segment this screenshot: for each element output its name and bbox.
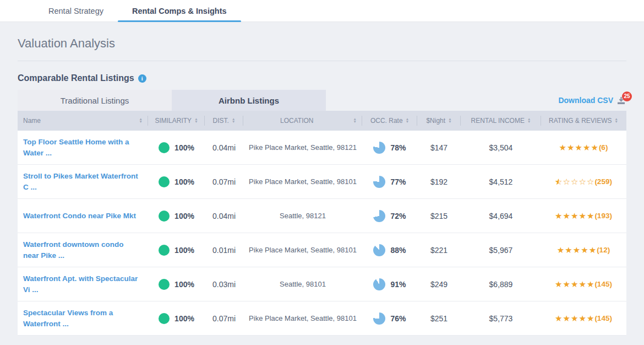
cell-rating: ★★★★★(193) — [541, 199, 626, 233]
sort-icon[interactable]: ▲▼ — [353, 118, 357, 123]
similarity-dot-icon — [159, 176, 170, 187]
occupancy-pie-icon — [373, 278, 385, 290]
cell-occupancy: 91% — [362, 267, 417, 301]
star-rating-icon: ★★★★★ — [559, 143, 599, 153]
cell-occupancy: 72% — [362, 199, 417, 233]
cell-name: Top Floor Seattle Home with a Water ... — [18, 131, 148, 164]
column-header[interactable]: RENTAL INCOME ▲▼ — [461, 111, 541, 131]
star-rating-icon: ★★★★★ — [555, 314, 594, 324]
cell-distance: 0.01mi — [205, 233, 243, 267]
cell-rental-income: $3,504 — [461, 131, 541, 164]
sort-icon[interactable]: ▲▼ — [406, 118, 409, 123]
column-header[interactable]: DIST. ▲▼ — [205, 111, 243, 131]
column-header[interactable]: Name ▲▼ — [18, 111, 148, 131]
cell-similarity: 100% — [148, 199, 205, 233]
sort-icon[interactable]: ▲▼ — [139, 118, 143, 123]
similarity-dot-icon — [159, 142, 170, 153]
listing-name-link[interactable]: Waterfront downtown condo near Pike ... — [23, 239, 140, 261]
cell-distance: 0.04mi — [205, 131, 243, 164]
sort-icon[interactable]: ▲▼ — [232, 118, 235, 123]
occupancy-pie-icon — [373, 312, 385, 325]
cell-location: Pike Place Market, Seattle, 98101 — [243, 301, 362, 335]
cell-night-price: $147 — [417, 131, 461, 164]
occupancy-pie-icon — [373, 176, 385, 188]
sort-icon[interactable]: ▲▼ — [527, 118, 531, 123]
column-header[interactable]: LOCATION ▲▼ — [243, 111, 362, 131]
cell-occupancy: 77% — [362, 165, 417, 198]
cell-occupancy: 78% — [362, 131, 417, 164]
star-rating-icon: ★★★★★ — [555, 279, 594, 289]
cell-name: Stroll to Pikes Market Waterfront C ... — [18, 165, 148, 198]
table-row: Waterfront downtown condo near Pike ... … — [18, 233, 626, 267]
cell-similarity: 100% — [148, 301, 205, 335]
table-row: Spectacular Views from a Waterfront ... … — [18, 301, 626, 336]
tab-traditional-listings[interactable]: Traditional Listings — [18, 90, 172, 111]
column-header[interactable]: RATING & REVIEWS ▲▼ — [541, 111, 626, 131]
cell-rental-income: $6,889 — [461, 267, 541, 301]
sort-icon[interactable]: ▲▼ — [448, 118, 451, 123]
cell-rating: ☆★☆☆☆☆(259) — [541, 165, 626, 198]
sort-icon[interactable]: ▲▼ — [194, 118, 198, 123]
listing-name-link[interactable]: Waterfront Condo near Pike Mkt — [23, 211, 136, 222]
similarity-dot-icon — [159, 279, 170, 290]
tab-rental-comps-insights[interactable]: Rental Comps & Insights — [118, 0, 241, 21]
cell-rating: ★★★★★(12) — [541, 233, 626, 267]
table-row: Stroll to Pikes Market Waterfront C ... … — [18, 165, 626, 199]
review-count: (12) — [597, 246, 610, 254]
column-header[interactable]: OCC. Rate ▲▼ — [362, 111, 417, 131]
cell-night-price: $192 — [417, 165, 461, 198]
column-header[interactable]: $Night ▲▼ — [417, 111, 461, 131]
star-rating-icon: ☆★☆☆☆☆ — [555, 177, 594, 187]
cell-distance: 0.03mi — [205, 267, 243, 301]
column-header[interactable]: SIMILARITY ▲▼ — [148, 111, 205, 131]
table-body: Top Floor Seattle Home with a Water ... … — [18, 131, 626, 336]
table-header-row: Name ▲▼ SIMILARITY ▲▼ DIST. ▲▼ LOCATION … — [18, 111, 626, 131]
cell-similarity: 100% — [148, 165, 205, 198]
section-title: Comparable Rental Listings — [18, 73, 134, 83]
page-title: Valuation Analysis — [18, 36, 626, 51]
listing-name-link[interactable]: Stroll to Pikes Market Waterfront C ... — [23, 171, 140, 192]
cell-location: Seattle, 98101 — [243, 267, 362, 301]
cell-rental-income: $5,967 — [461, 233, 541, 267]
occupancy-pie-icon — [373, 244, 385, 256]
tab-label: Rental Strategy — [48, 7, 103, 15]
listing-name-link[interactable]: Top Floor Seattle Home with a Water ... — [23, 137, 140, 158]
download-csv-button[interactable]: Download CSV 25 — [558, 90, 626, 111]
review-count: (145) — [594, 314, 612, 322]
tab-label: Airbnb Listings — [219, 96, 279, 105]
cell-location: Pike Place Market, Seattle, 98101 — [243, 165, 362, 198]
cell-location: Pike Place Market, Seattle, 98101 — [243, 233, 362, 267]
info-icon[interactable]: i — [138, 74, 146, 83]
listing-tab-bar: Traditional Listings Airbnb Listings Dow… — [18, 90, 626, 111]
tab-label: Rental Comps & Insights — [132, 7, 227, 15]
cell-rental-income: $5,773 — [461, 301, 541, 335]
cell-name: Waterfront downtown condo near Pike ... — [18, 233, 148, 267]
listing-name-link[interactable]: Waterfront Apt. with Spectacular Vi ... — [23, 273, 140, 295]
tab-label: Traditional Listings — [61, 96, 129, 105]
listing-name-link[interactable]: Spectacular Views from a Waterfront ... — [23, 308, 140, 329]
tab-rental-strategy[interactable]: Rental Strategy — [34, 0, 118, 21]
cell-location: Seattle, 98121 — [243, 199, 362, 233]
divider — [18, 61, 626, 61]
similarity-dot-icon — [159, 211, 170, 222]
star-rating-icon: ★★★★★ — [557, 245, 597, 255]
table-row: Waterfront Apt. with Spectacular Vi ... … — [18, 267, 626, 301]
cell-similarity: 100% — [148, 233, 205, 267]
cell-distance: 0.07mi — [205, 165, 243, 198]
cell-rental-income: $4,512 — [461, 165, 541, 198]
occupancy-pie-icon — [373, 210, 385, 222]
cell-location: Pike Place Market, Seattle, 98121 — [243, 131, 362, 164]
cell-rating: ★★★★★(145) — [541, 267, 626, 301]
cell-rating: ★★★★★(6) — [541, 131, 626, 164]
cell-rental-income: $4,694 — [461, 199, 541, 233]
sort-icon[interactable]: ▲▼ — [615, 118, 618, 123]
review-count: (193) — [594, 212, 612, 220]
review-count: (259) — [594, 177, 612, 186]
review-count: (145) — [594, 280, 612, 288]
tab-airbnb-listings[interactable]: Airbnb Listings — [172, 90, 326, 111]
top-tab-bar: Rental Strategy Rental Comps & Insights — [0, 0, 644, 22]
star-rating-icon: ★★★★★ — [555, 211, 594, 221]
similarity-dot-icon — [159, 313, 170, 324]
cell-name: Waterfront Condo near Pike Mkt — [18, 199, 148, 233]
cell-name: Spectacular Views from a Waterfront ... — [18, 301, 148, 335]
